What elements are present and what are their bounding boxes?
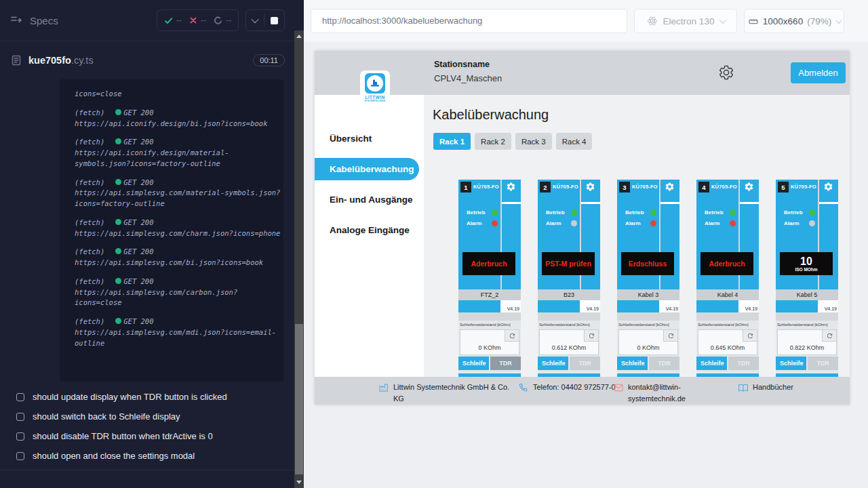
test-item[interactable]: should open and close the settings modal: [0, 446, 304, 466]
log-entries: (fetch)GET 200 https://api.iconify.desig…: [75, 108, 281, 349]
main-content: Kabelüberwachung Rack 1Rack 2Rack 3Rack …: [424, 95, 850, 377]
betrieb-row: Betrieb: [705, 209, 736, 216]
app-footer: Littwin Systemtechnik GmbH & Co. KG Tele…: [315, 377, 850, 405]
alarm-label: Alarm: [705, 220, 720, 226]
viewport-size: 1000x660: [763, 16, 803, 26]
tdr-button[interactable]: TDR: [570, 357, 600, 370]
card-settings-icon[interactable]: [665, 182, 675, 192]
log-status: GET 200: [123, 218, 153, 226]
log-source: (fetch): [75, 218, 104, 226]
sidebar-item[interactable]: Analoge Eingänge: [315, 219, 424, 241]
card-settings-icon[interactable]: [744, 182, 755, 192]
test-item[interactable]: should switch back to Schleife display: [0, 407, 304, 426]
measurement-panel: Schleifenwiderstand [kOhm] 0.612 KOhm Sc…: [538, 321, 600, 373]
refresh-icon[interactable]: [743, 330, 757, 342]
footer-manuals[interactable]: Handbücher: [738, 382, 793, 393]
status-alarm-text: Erdschluss: [629, 260, 667, 268]
url-text: http://localhost:3000/kabelueberwachung: [322, 16, 482, 26]
reporter-scrollbar[interactable]: [294, 30, 304, 488]
chevron-down-icon[interactable]: [251, 16, 258, 23]
log-source: (fetch): [75, 277, 104, 285]
browser-selector[interactable]: Electron 130: [634, 9, 737, 33]
schleife-button[interactable]: Schleife: [617, 357, 648, 370]
viewport-selector[interactable]: 1000x660 (79%): [744, 9, 844, 33]
email-icon: [613, 382, 624, 393]
tdr-button[interactable]: TDR: [728, 357, 759, 370]
log-entry[interactable]: (fetch)GET 200 https://api.iconify.desig…: [75, 108, 281, 129]
log-entry[interactable]: (fetch)GET 200 https://api.iconify.desig…: [75, 137, 281, 169]
rack-tab[interactable]: Rack 4: [556, 133, 593, 150]
stat-passed: --: [164, 16, 182, 25]
refresh-icon[interactable]: [584, 330, 598, 342]
browser-name: Electron 130: [663, 16, 715, 26]
log-status: GET 200: [123, 108, 153, 117]
schleife-button[interactable]: Schleife: [538, 357, 568, 370]
log-source: (fetch): [75, 108, 104, 117]
settings-gear-icon[interactable]: [718, 64, 734, 81]
rack-tab[interactable]: Rack 1: [433, 133, 471, 150]
schleife-button[interactable]: Schleife: [696, 357, 727, 370]
log-status: GET 200: [123, 178, 153, 186]
tdr-button[interactable]: TDR: [490, 357, 521, 370]
log-status: GET 200: [123, 277, 153, 285]
runner-controls: [245, 9, 285, 31]
refresh-icon[interactable]: [505, 330, 519, 342]
tdr-button[interactable]: TDR: [808, 357, 838, 370]
test-item[interactable]: should disable TDR button when tdrActive…: [0, 426, 304, 446]
refresh-icon[interactable]: [822, 330, 836, 342]
sidebar-item[interactable]: Kabelüberwachung: [315, 158, 419, 180]
status-display: Aderbruch: [462, 252, 515, 275]
log-url: https://api.simplesvg.com/bi.json?icons=…: [75, 258, 281, 268]
log-entry[interactable]: (fetch)GET 200 https://api.simplesvg.com…: [75, 277, 281, 308]
specs-menu-icon[interactable]: [9, 14, 23, 27]
log-partial-line: icons=close: [75, 89, 281, 100]
card-settings-icon[interactable]: [585, 182, 596, 192]
device-model: KÜ705-FO: [711, 184, 737, 190]
test-item[interactable]: should update display when TDR button is…: [0, 387, 304, 407]
rack-tab[interactable]: Rack 3: [515, 133, 552, 150]
refresh-icon[interactable]: [663, 330, 677, 342]
specs-title[interactable]: Specs: [30, 15, 58, 26]
test-state-icon: [16, 432, 24, 441]
test-title: should disable TDR button when tdrActive…: [33, 431, 213, 441]
betrieb-row: Betrieb: [467, 209, 498, 216]
rack-tab[interactable]: Rack 2: [475, 133, 511, 150]
log-entry[interactable]: (fetch)GET 200 https://api.simplesvg.com…: [75, 317, 281, 348]
command-log: icons=close (fetch)GET 200 https://api.i…: [60, 79, 283, 382]
runner-toolbar: http://localhost:3000/kabelueberwachung …: [304, 0, 868, 43]
scroll-up-arrow-icon[interactable]: [296, 35, 302, 38]
measurement-panel: Schleifenwiderstand [kOhm] 0.822 KOhm Sc…: [776, 321, 838, 373]
footer-phone: Telefon: 04402 972577-0: [518, 382, 618, 393]
log-url: https://api.simplesvg.com/material-symbo…: [75, 188, 281, 209]
logout-button[interactable]: Abmelden: [791, 62, 846, 83]
card-settings-icon[interactable]: [823, 182, 834, 192]
address-bar[interactable]: http://localhost:3000/kabelueberwachung: [311, 9, 627, 33]
version-row: [458, 300, 500, 312]
check-icon: [164, 16, 173, 25]
ruler-icon: [748, 16, 759, 27]
log-entry[interactable]: (fetch)GET 200 https://api.simplesvg.com…: [75, 218, 281, 239]
card-settings-icon[interactable]: [506, 182, 517, 192]
betrieb-led: [571, 209, 577, 216]
spec-file-row[interactable]: kue705fo.cy.ts 00:11: [0, 41, 304, 77]
schleife-button[interactable]: Schleife: [458, 357, 489, 370]
device-model: KÜ705-FO: [791, 184, 816, 190]
scroll-down-arrow-icon[interactable]: [296, 481, 302, 484]
viewport-zoom: (79%): [807, 16, 831, 26]
spec-file-icon: [11, 55, 22, 66]
schleife-button[interactable]: Schleife: [776, 357, 806, 370]
sidebar-item[interactable]: Ein- und Ausgänge: [315, 188, 424, 211]
version-row: [776, 300, 818, 312]
tdr-button[interactable]: TDR: [649, 357, 679, 370]
log-entry[interactable]: (fetch)GET 200 https://api.simplesvg.com…: [75, 178, 281, 209]
test-list: should update display when TDR button is…: [0, 387, 304, 466]
station-info: Stationsname CPLV4_Maschen: [434, 60, 502, 83]
scrollbar-thumb[interactable]: [295, 324, 303, 474]
log-entry[interactable]: (fetch)GET 200 https://api.simplesvg.com…: [75, 247, 281, 268]
status-dot-icon: [115, 109, 121, 115]
test-state-icon: [16, 393, 24, 401]
station-label: Stationsname: [434, 60, 502, 69]
sidebar-item[interactable]: Übersicht: [315, 127, 424, 150]
stop-button[interactable]: [271, 17, 278, 24]
page-title: Kabelüberwachung: [433, 107, 549, 123]
